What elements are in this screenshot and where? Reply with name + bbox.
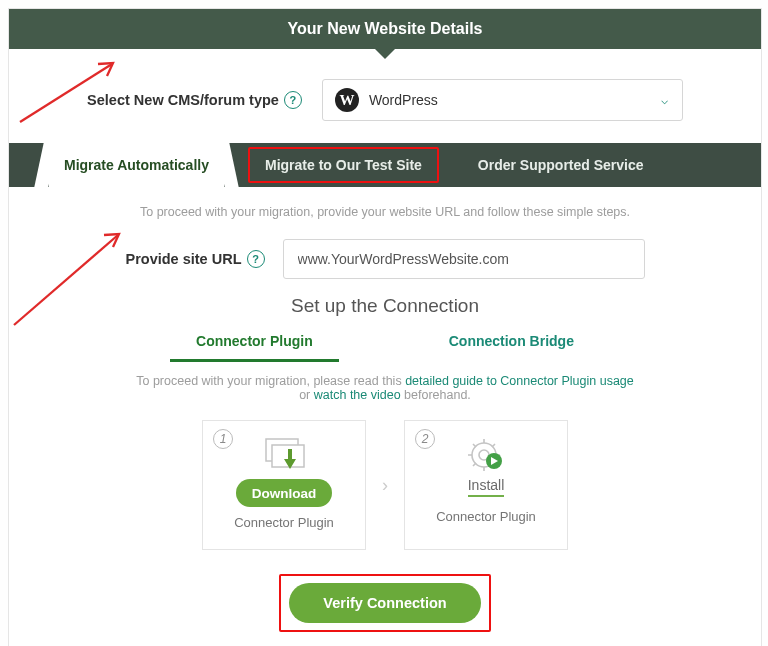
chevron-down-icon: ⌵ bbox=[661, 93, 668, 107]
download-folder-icon bbox=[260, 433, 308, 475]
link-watch-video[interactable]: watch the video bbox=[314, 388, 401, 402]
site-url-input[interactable] bbox=[283, 239, 645, 279]
step-download: 1 Download Connector Plugin bbox=[202, 420, 366, 550]
svg-line-8 bbox=[14, 235, 118, 325]
step-install[interactable]: 2 Install Connector Plugin bbox=[404, 420, 568, 550]
tab-order-supported[interactable]: Order Supported Service bbox=[463, 143, 659, 187]
step-number: 1 bbox=[213, 429, 233, 449]
svg-line-7 bbox=[20, 64, 112, 122]
annotation-arrow bbox=[0, 215, 130, 335]
wordpress-icon: W bbox=[335, 88, 359, 112]
tab-migrate-test-site[interactable]: Migrate to Our Test Site bbox=[248, 147, 439, 183]
chevron-right-icon: › bbox=[382, 475, 388, 496]
annotation-arrow bbox=[8, 50, 128, 130]
cms-selected-value: WordPress bbox=[369, 92, 438, 108]
help-icon[interactable]: ? bbox=[284, 91, 302, 109]
step-label: Connector Plugin bbox=[436, 509, 536, 524]
tab-migrate-auto[interactable]: Migrate Automatically bbox=[49, 143, 224, 187]
site-url-label: Provide site URL ? bbox=[125, 250, 264, 268]
verify-connection-button[interactable]: Verify Connection bbox=[289, 583, 480, 623]
help-icon[interactable]: ? bbox=[247, 250, 265, 268]
step-number: 2 bbox=[415, 429, 435, 449]
step-label: Connector Plugin bbox=[234, 515, 334, 530]
main-tabs: Migrate Automatically Migrate to Our Tes… bbox=[9, 143, 761, 187]
verify-highlight: Verify Connection bbox=[279, 574, 490, 632]
install-gear-icon bbox=[462, 433, 510, 477]
subtab-connector-plugin[interactable]: Connector Plugin bbox=[170, 323, 339, 362]
guide-text: To proceed with your migration, please r… bbox=[9, 374, 761, 402]
subtab-connection-bridge[interactable]: Connection Bridge bbox=[423, 323, 600, 362]
install-link[interactable]: Install bbox=[468, 477, 505, 497]
header-title: Your New Website Details bbox=[9, 9, 761, 49]
cms-type-select[interactable]: W WordPress ⌵ bbox=[322, 79, 683, 121]
setup-steps: 1 Download Connector Plugin › 2 bbox=[9, 420, 761, 550]
link-detailed-guide[interactable]: detailed guide to Connector Plugin usage bbox=[405, 374, 634, 388]
download-button[interactable]: Download bbox=[236, 479, 333, 507]
